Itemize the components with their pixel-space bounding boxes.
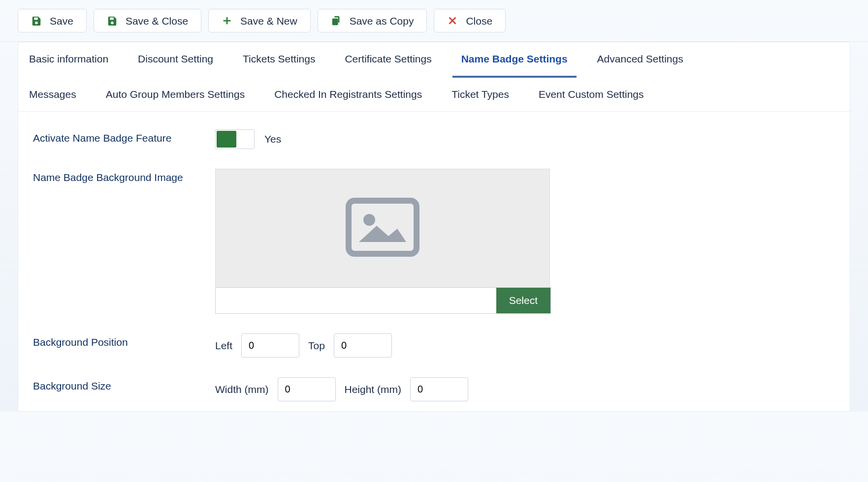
tab-name-badge-settings[interactable]: Name Badge Settings [452, 42, 577, 78]
save-close-button[interactable]: Save & Close [94, 9, 201, 32]
row-bg-position: Background Position Left Top [33, 333, 835, 358]
toggle-activate-feature[interactable] [215, 129, 255, 149]
tabs: Basic information Discount Setting Ticke… [18, 42, 850, 112]
bg-image-path-input[interactable] [216, 288, 496, 313]
label-bg-image: Name Badge Background Image [33, 169, 195, 183]
bg-image-picker: Select [215, 287, 551, 314]
save-new-button-label: Save & New [240, 16, 297, 26]
label-bg-top: Top [308, 340, 325, 352]
tab-discount-setting[interactable]: Discount Setting [129, 42, 222, 78]
tab-event-custom-settings[interactable]: Event Custom Settings [530, 78, 653, 111]
tab-basic-information[interactable]: Basic information [20, 42, 117, 78]
tab-ticket-types[interactable]: Ticket Types [443, 78, 518, 111]
save-icon [31, 15, 42, 26]
row-bg-image: Name Badge Background Image Select [33, 169, 835, 314]
bg-image-preview [215, 169, 550, 288]
save-copy-button[interactable]: Save as Copy [318, 9, 427, 32]
input-bg-width[interactable] [278, 377, 336, 401]
label-bg-position: Background Position [33, 333, 195, 348]
row-bg-size: Background Size Width (mm) Height (mm) [33, 377, 835, 401]
save-close-button-label: Save & Close [126, 16, 188, 26]
tab-messages[interactable]: Messages [20, 78, 85, 111]
close-icon [447, 15, 458, 26]
copy-icon [331, 15, 342, 26]
select-image-button[interactable]: Select [496, 288, 550, 313]
image-placeholder-icon [346, 198, 419, 259]
plus-icon [222, 15, 232, 26]
toolbar: Save Save & Close Save & New Save as Cop… [0, 0, 868, 42]
toggle-knob [217, 131, 236, 148]
input-bg-height[interactable] [410, 377, 468, 401]
close-button-label: Close [466, 16, 492, 26]
label-bg-height: Height (mm) [345, 384, 402, 395]
svg-rect-0 [349, 201, 417, 254]
tab-advanced-settings[interactable]: Advanced Settings [588, 42, 692, 78]
label-bg-left: Left [215, 340, 232, 352]
input-bg-top[interactable] [334, 333, 392, 358]
toggle-activate-text: Yes [264, 133, 281, 145]
save-new-button[interactable]: Save & New [208, 9, 311, 32]
input-bg-left[interactable] [241, 333, 299, 358]
label-activate-feature: Activate Name Badge Feature [33, 129, 195, 144]
label-bg-width: Width (mm) [215, 384, 269, 395]
row-activate-feature: Activate Name Badge Feature Yes [33, 129, 835, 149]
save-icon [107, 15, 118, 26]
save-copy-button-label: Save as Copy [350, 16, 414, 26]
save-button-label: Save [50, 16, 73, 26]
tab-tickets-settings[interactable]: Tickets Settings [234, 42, 324, 78]
tab-panel: Basic information Discount Setting Ticke… [18, 42, 850, 412]
tab-checked-in-registrants-settings[interactable]: Checked In Registrants Settings [265, 78, 431, 111]
svg-point-1 [363, 214, 375, 226]
label-bg-size: Background Size [33, 377, 195, 392]
tab-auto-group-members-settings[interactable]: Auto Group Members Settings [97, 78, 254, 111]
save-button[interactable]: Save [18, 9, 87, 32]
close-button[interactable]: Close [434, 9, 506, 32]
tab-certificate-settings[interactable]: Certificate Settings [336, 42, 440, 78]
form-name-badge: Activate Name Badge Feature Yes Name Bad… [18, 112, 850, 411]
